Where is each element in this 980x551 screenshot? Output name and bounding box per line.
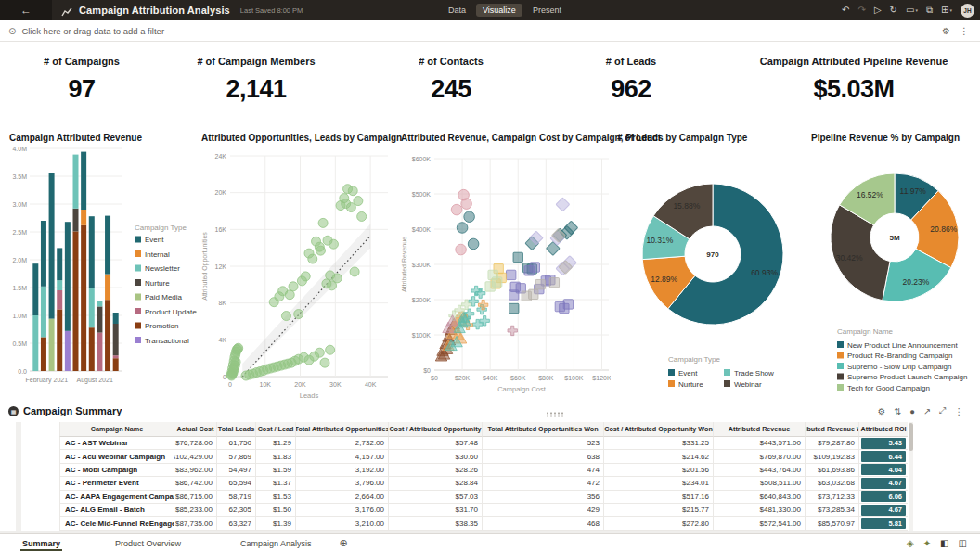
value-cell[interactable]: $109,192.83	[805, 450, 858, 463]
ai-sparkle-icon[interactable]: ✦	[923, 538, 931, 548]
bar-segment[interactable]	[49, 319, 55, 371]
value-cell[interactable]: 523	[482, 437, 603, 450]
table-scrollbar-thumb[interactable]	[909, 423, 913, 451]
bar-segment[interactable]	[97, 306, 102, 332]
value-cell[interactable]: 2,664.00	[295, 491, 388, 504]
bar-segment[interactable]	[81, 152, 86, 210]
value-cell[interactable]: $640,843.00	[713, 491, 805, 504]
bar-segment[interactable]	[73, 231, 79, 371]
value-cell[interactable]: $272.80	[603, 517, 713, 530]
value-cell[interactable]: 62,305	[216, 504, 255, 517]
data-point[interactable]	[348, 186, 357, 196]
campaign-name-cell[interactable]: AC- Cele Mid-Funnel ReEngagement	[59, 517, 174, 530]
refresh-history-icon[interactable]: ↻	[890, 6, 897, 15]
bar-segment[interactable]	[49, 173, 55, 319]
mode-tab-visualize[interactable]: Visualize	[476, 4, 522, 17]
bar-segment[interactable]	[73, 155, 79, 209]
add-page-icon[interactable]: ⊕	[340, 537, 348, 549]
data-point[interactable]	[529, 289, 538, 299]
campaign-name-cell[interactable]: AC- ALG Email - Batch	[59, 504, 174, 517]
value-cell[interactable]: 2,732.00	[295, 437, 388, 450]
table-title[interactable]: Campaign Summary	[23, 405, 122, 416]
data-point[interactable]	[328, 281, 337, 290]
value-cell[interactable]: $79,287.80	[805, 437, 858, 450]
data-point[interactable]	[357, 211, 367, 221]
value-cell[interactable]: 54,497	[216, 464, 255, 477]
value-cell[interactable]: 5.43	[858, 437, 908, 450]
value-cell[interactable]: $57.03	[388, 491, 482, 504]
back-button[interactable]: ←	[0, 0, 52, 20]
export-icon[interactable]: ⧉	[926, 6, 933, 15]
mode-tab-data[interactable]: Data	[442, 4, 472, 17]
data-point[interactable]	[318, 218, 328, 227]
data-point[interactable]	[556, 198, 570, 211]
value-cell[interactable]: 63,327	[216, 517, 255, 530]
data-point[interactable]	[320, 358, 329, 367]
value-cell[interactable]: $517.16	[603, 491, 713, 504]
bar-segment[interactable]	[105, 216, 110, 275]
value-cell[interactable]: $215.77	[603, 504, 713, 517]
value-cell[interactable]: $1.59	[255, 464, 295, 477]
value-cell[interactable]: 4.67	[858, 504, 908, 517]
bar-segment[interactable]	[89, 327, 95, 371]
value-cell[interactable]: $572,541.00	[713, 517, 805, 530]
column-header[interactable]: Total Attributed Opportunities	[295, 422, 388, 437]
value-cell[interactable]: $508,511.00	[713, 477, 805, 490]
column-header[interactable]: Total Leads	[216, 422, 255, 437]
column-header[interactable]: Attributed Revenue Won	[805, 422, 858, 437]
value-cell[interactable]: $28.26	[388, 464, 482, 477]
value-cell[interactable]: $83,962.00	[174, 464, 216, 477]
bar-segment[interactable]	[105, 300, 110, 371]
data-point[interactable]	[308, 254, 317, 263]
data-point[interactable]	[451, 204, 462, 215]
value-cell[interactable]: $443,571.00	[713, 437, 805, 450]
display-mode-icon[interactable]: ▭▾	[906, 6, 918, 15]
value-cell[interactable]: 61,750	[216, 437, 255, 450]
value-cell[interactable]: $30.60	[388, 450, 482, 463]
data-point[interactable]	[342, 199, 351, 209]
value-cell[interactable]: $85,233.00	[174, 504, 216, 517]
column-header[interactable]: Campaign Name	[59, 422, 174, 437]
data-point[interactable]	[350, 267, 359, 276]
sort-icon[interactable]: ⇅	[894, 406, 901, 416]
data-point[interactable]	[563, 300, 573, 309]
data-point[interactable]	[456, 244, 467, 255]
avatar[interactable]: JH	[961, 4, 974, 18]
play-icon[interactable]: ▷	[874, 6, 882, 15]
data-point[interactable]	[354, 197, 363, 206]
value-cell[interactable]: $331.25	[603, 437, 713, 450]
mode-tab-present[interactable]: Present	[526, 4, 568, 17]
column-header[interactable]: Attributed Revenue	[713, 422, 805, 437]
redo-icon[interactable]: ↷	[858, 6, 866, 15]
campaign-name-cell[interactable]: AC - Perimeter Event	[59, 477, 174, 490]
bar-segment[interactable]	[73, 209, 79, 232]
data-point[interactable]	[508, 326, 517, 335]
value-cell[interactable]: $31.70	[388, 504, 482, 517]
bar-segment[interactable]	[57, 280, 62, 290]
value-cell[interactable]: $73,712.33	[805, 491, 858, 504]
bar-segment[interactable]	[41, 337, 46, 371]
value-cell[interactable]: 472	[482, 477, 603, 490]
data-point[interactable]	[315, 348, 324, 357]
bar-segment[interactable]	[81, 210, 86, 225]
value-cell[interactable]: $1.39	[255, 517, 295, 530]
value-cell[interactable]: $1.53	[255, 491, 295, 504]
kebab-icon[interactable]: ⋮	[960, 26, 969, 36]
data-point[interactable]	[549, 278, 559, 288]
bar-segment[interactable]	[113, 355, 119, 358]
data-point[interactable]	[461, 199, 472, 210]
layout-panel-split-icon[interactable]: ◫	[959, 538, 967, 548]
bar-segment[interactable]	[97, 333, 102, 371]
value-cell[interactable]: $1.50	[255, 504, 295, 517]
bar-segment[interactable]	[57, 248, 62, 280]
bar-segment[interactable]	[41, 287, 46, 338]
workbook-title[interactable]: Campaign Attribution Analysis	[79, 5, 230, 16]
campaign-name-cell[interactable]: AC - Mobi Campaign	[59, 464, 174, 477]
bar-segment[interactable]	[105, 275, 110, 301]
value-cell[interactable]: $234.01	[603, 477, 713, 490]
data-point[interactable]	[485, 282, 495, 291]
value-cell[interactable]: $63,032.68	[805, 477, 858, 490]
gear-icon[interactable]: ⚙	[878, 406, 886, 416]
bar-segment[interactable]	[81, 225, 86, 371]
data-point[interactable]	[509, 290, 519, 300]
